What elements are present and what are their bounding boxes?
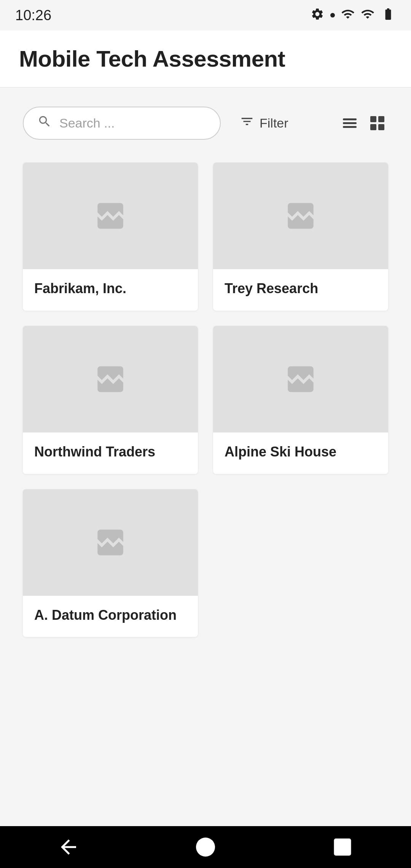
search-input[interactable] [59,116,206,131]
toolbar: Filter [23,107,388,140]
card-item-1[interactable]: Fabrikam, Inc. [23,163,198,311]
page-title: Mobile Tech Assessment [19,46,392,72]
status-bar: 10:26 [0,0,411,30]
nav-bar [0,826,411,868]
svg-rect-1 [334,839,351,856]
card-item-4[interactable]: Alpine Ski House [213,326,388,474]
filter-label: Filter [260,116,288,131]
battery-icon [381,7,396,24]
card-image-5 [23,489,198,596]
main-content: Filter [0,88,411,656]
cards-grid: Fabrikam, Inc. Trey Research Northwind T… [23,163,388,637]
recent-button[interactable] [325,830,360,865]
card-image-4 [213,326,388,432]
card-title-4: Alpine Ski House [213,432,388,474]
view-toggle [339,112,388,134]
back-button[interactable] [51,830,86,865]
grid-view-icon [370,116,384,130]
grid-view-button[interactable] [366,112,388,134]
home-button[interactable] [188,830,223,865]
card-image-3 [23,326,198,432]
header: Mobile Tech Assessment [0,30,411,88]
filter-button[interactable]: Filter [232,110,296,136]
wifi-icon [341,7,355,24]
search-icon [37,114,52,132]
card-title-2: Trey Research [213,269,388,311]
list-view-icon [343,118,357,128]
card-image-1 [23,163,198,269]
signal-icon [361,7,374,24]
card-title-1: Fabrikam, Inc. [23,269,198,311]
card-item-2[interactable]: Trey Research [213,163,388,311]
card-item-3[interactable]: Northwind Traders [23,326,198,474]
status-time: 10:26 [15,7,51,24]
card-title-5: A. Datum Corporation [23,596,198,637]
svg-point-0 [196,838,215,857]
card-title-3: Northwind Traders [23,432,198,474]
card-item-5[interactable]: A. Datum Corporation [23,489,198,637]
filter-icon [240,114,254,132]
search-container[interactable] [23,107,221,140]
dot-indicator [330,13,335,18]
status-icons [311,7,396,24]
settings-icon [311,7,324,24]
card-image-2 [213,163,388,269]
list-view-button[interactable] [339,115,360,132]
